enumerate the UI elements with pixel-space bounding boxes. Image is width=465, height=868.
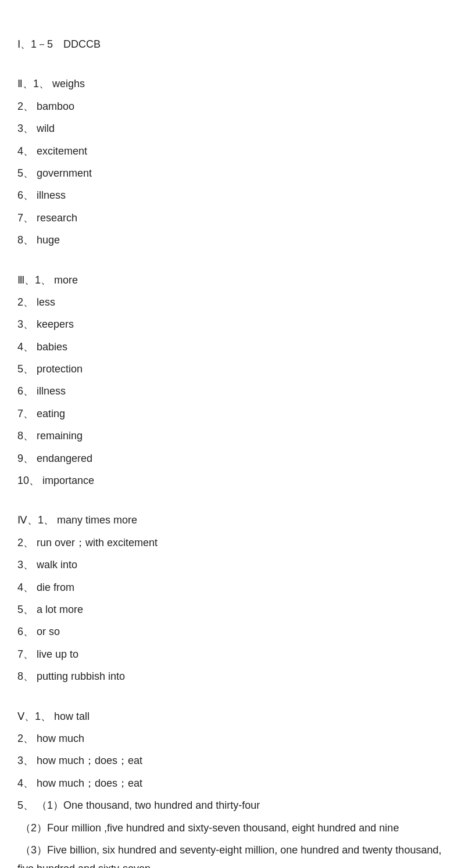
item-2-7: 7、 research [17,209,448,227]
item-2-6: 6、 illness [17,186,448,205]
item-3-10: 10、 importance [17,471,448,490]
item-3-2: 2、 less [17,293,448,311]
section-2: Ⅱ、1、 weighs2、 bamboo3、 wild4、 excitement… [17,74,448,249]
item-2-5: 5、 government [17,164,448,182]
item-5-2: 2、 how much [17,729,448,748]
item-3-7: 7、 eating [17,404,448,423]
item-3-5: 5、 protection [17,360,448,378]
section-3: Ⅲ、1、 more2、 less3、 keepers4、 babies5、 pr… [17,271,448,490]
item-3-8: 8、 remaining [17,426,448,445]
item-5-1: Ⅴ、1、 how tall [17,707,448,726]
item-4-8: 8、 putting rubbish into [17,667,448,686]
item-2-2: 2、 bamboo [17,97,448,116]
item-3-1: Ⅲ、1、 more [17,271,448,289]
content: Ⅰ、1－5 DDCCBⅡ、1、 weighs2、 bamboo3、 wild4、… [17,35,448,868]
item-3-6: 6、 illness [17,382,448,400]
item-4-1: Ⅳ、1、 many times more [17,511,448,529]
item-3-3: 3、 keepers [17,315,448,333]
item-3-4: 4、 babies [17,338,448,356]
item-5-4: 4、 how much；does；eat [17,774,448,792]
item-5-3: 3、 how much；does；eat [17,751,448,770]
item-4-5: 5、 a lot more [17,600,448,619]
item-4-7: 7、 live up to [17,645,448,663]
section-1-header: Ⅰ、1－5 DDCCB [17,35,448,53]
item-2-4: 4、 excitement [17,142,448,160]
item-4-4: 4、 die from [17,578,448,597]
item-3-9: 9、 endangered [17,449,448,468]
item-5-5: 5、 （1）One thousand, two hundred and thir… [17,796,448,815]
section-4: Ⅳ、1、 many times more2、 run over；with exc… [17,511,448,686]
item-4-3: 3、 walk into [17,555,448,574]
item-4-6: 6、 or so [17,622,448,641]
item-5-7: （3）Five billion, six hundred and seventy… [17,841,448,868]
item-2-1: Ⅱ、1、 weighs [17,74,448,93]
item-4-2: 2、 run over；with excitement [17,533,448,552]
item-5-6: （2）Four million ,five hundred and sixty-… [17,819,448,837]
section-5: Ⅴ、1、 how tall2、 how much3、 how much；does… [17,707,448,868]
item-2-8: 8、 huge [17,231,448,249]
item-2-3: 3、 wild [17,119,448,138]
section-1: Ⅰ、1－5 DDCCB [17,35,448,53]
